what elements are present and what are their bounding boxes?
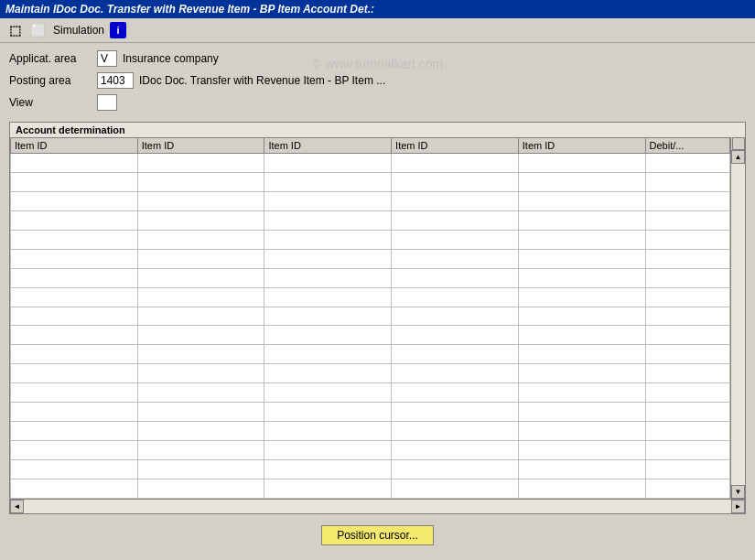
- table-cell: [645, 307, 729, 326]
- corner-btn[interactable]: [732, 137, 745, 150]
- table-row[interactable]: [11, 326, 730, 345]
- main-window: Maintain IDoc Doc. Transfer with Revenue…: [0, 0, 755, 560]
- table-cell: [645, 249, 729, 268]
- table-cell: [392, 326, 519, 345]
- scroll-down-btn[interactable]: ▼: [731, 485, 745, 499]
- table-cell: [137, 230, 264, 249]
- table-cell: [392, 345, 519, 364]
- table-cell: [137, 154, 264, 173]
- scroll-down-icon: ▼: [735, 488, 742, 496]
- table-row[interactable]: [11, 191, 730, 210]
- table-cell: [392, 383, 519, 403]
- table-row[interactable]: [11, 249, 730, 268]
- view-input[interactable]: [97, 94, 117, 111]
- table-cell: [645, 364, 729, 383]
- col-item-id-1: Item ID: [11, 138, 138, 154]
- table-row[interactable]: [11, 210, 730, 230]
- table-cell: [137, 422, 264, 441]
- table-cell: [264, 191, 392, 210]
- table-cell: [11, 326, 138, 345]
- position-cursor-button[interactable]: Position cursor...: [321, 525, 434, 545]
- table-cell: [518, 287, 645, 307]
- vertical-scrollbar[interactable]: ▲ ▼: [730, 137, 745, 499]
- table-cell: [11, 210, 138, 230]
- scroll-track-h[interactable]: [24, 500, 731, 513]
- table-cell: [137, 441, 264, 460]
- info-icon[interactable]: i: [110, 22, 126, 38]
- applicat-area-desc: Insurance company: [123, 52, 219, 65]
- table-cell: [518, 191, 645, 210]
- table-cell: [645, 422, 729, 441]
- table-cell: [11, 383, 138, 403]
- table-row[interactable]: [11, 345, 730, 364]
- view-row: View: [9, 94, 746, 111]
- table-cell: [11, 345, 138, 364]
- table-row[interactable]: [11, 403, 730, 422]
- content-area: Applicat. area Insurance company Posting…: [0, 43, 755, 560]
- table-cell: [264, 326, 392, 345]
- window-title: Maintain IDoc Doc. Transfer with Revenue…: [5, 3, 374, 16]
- table-wrapper: Item ID Item ID Item ID Item ID Item ID …: [10, 137, 745, 499]
- table-row[interactable]: [11, 172, 730, 191]
- table-cell: [11, 191, 138, 210]
- table-cell: [137, 345, 264, 364]
- table-cell: [645, 403, 729, 422]
- table-cell: [264, 403, 392, 422]
- table-cell: [264, 364, 392, 383]
- col-item-id-2: Item ID: [137, 138, 264, 154]
- scroll-up-btn[interactable]: ▲: [731, 150, 745, 164]
- sap-icon-2[interactable]: ⬜: [29, 21, 48, 39]
- sap-icon-1[interactable]: ⬚: [5, 21, 24, 39]
- scroll-left-btn[interactable]: ◄: [10, 500, 24, 513]
- horizontal-scrollbar[interactable]: ◄ ►: [10, 499, 745, 513]
- table-row[interactable]: [11, 268, 730, 287]
- col-item-id-4: Item ID: [392, 138, 519, 154]
- table-cell: [518, 307, 645, 326]
- table-cell: [11, 249, 138, 268]
- table-row[interactable]: [11, 307, 730, 326]
- table-row[interactable]: [11, 230, 730, 249]
- scroll-track-v[interactable]: [731, 164, 745, 485]
- table-cell: [264, 460, 392, 479]
- table-cell: [392, 479, 519, 498]
- table-row[interactable]: [11, 460, 730, 479]
- sap-icon-1-glyph: ⬚: [9, 23, 21, 38]
- table-cell: [137, 383, 264, 403]
- table-row[interactable]: [11, 383, 730, 403]
- table-cell: [518, 383, 645, 403]
- table-cell: [518, 441, 645, 460]
- table-cell: [518, 422, 645, 441]
- position-cursor-label: Position cursor...: [337, 529, 418, 542]
- simulation-label: Simulation: [53, 24, 104, 37]
- table-cell: [11, 287, 138, 307]
- table-cell: [137, 326, 264, 345]
- footer-area: Position cursor...: [9, 518, 746, 553]
- table-cell: [392, 307, 519, 326]
- table-cell: [264, 422, 392, 441]
- table-row[interactable]: [11, 154, 730, 173]
- table-cell: [645, 268, 729, 287]
- table-cell: [392, 154, 519, 173]
- table-cell: [518, 460, 645, 479]
- table-row[interactable]: [11, 422, 730, 441]
- table-cell: [392, 422, 519, 441]
- table-cell: [518, 479, 645, 498]
- table-cell: [518, 230, 645, 249]
- table-cell: [264, 154, 392, 173]
- table-cell: [137, 403, 264, 422]
- table-cell: [645, 479, 729, 498]
- sap-icon-2-glyph: ⬜: [31, 24, 46, 38]
- table-cell: [11, 479, 138, 498]
- posting-area-input[interactable]: [97, 72, 134, 89]
- account-table: Item ID Item ID Item ID Item ID Item ID …: [10, 137, 730, 499]
- table-cell: [518, 172, 645, 191]
- table-row[interactable]: [11, 287, 730, 307]
- table-row[interactable]: [11, 364, 730, 383]
- table-cell: [645, 460, 729, 479]
- table-row[interactable]: [11, 479, 730, 498]
- scroll-right-btn[interactable]: ►: [731, 500, 745, 513]
- table-cell: [518, 154, 645, 173]
- table-row[interactable]: [11, 441, 730, 460]
- table-cell: [11, 268, 138, 287]
- applicat-area-input[interactable]: [97, 50, 117, 67]
